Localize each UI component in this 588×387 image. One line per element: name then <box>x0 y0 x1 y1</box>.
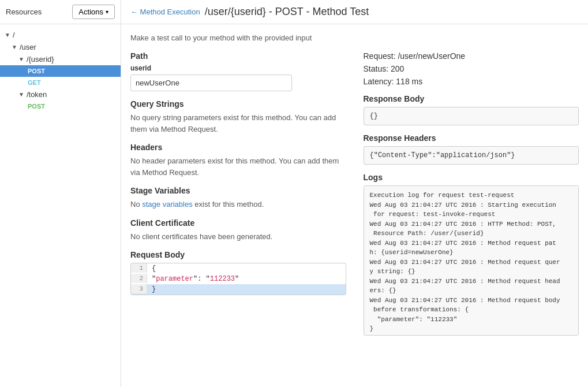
query-strings-title: Query Strings <box>130 99 346 109</box>
tree-item-label: POST <box>25 102 47 110</box>
line-number: 1 <box>131 263 147 273</box>
headers-text: No header parameters exist for this meth… <box>130 155 346 178</box>
tree-arrow-icon: ▼ <box>12 44 17 50</box>
stage-vars-title: Stage Variables <box>130 186 346 195</box>
left-column: Path userid Query Strings No query strin… <box>130 51 346 336</box>
tree-item-label: GET <box>25 79 43 87</box>
actions-label: Actions <box>78 8 103 16</box>
tree-item-userid[interactable]: ▼/{userid} <box>0 53 121 65</box>
request-body-editor[interactable]: 1{2 "parameter": "112233"3} <box>130 263 346 295</box>
tree-arrow-icon: ▼ <box>18 91 24 98</box>
tree-item-label: /user <box>20 43 36 51</box>
code-line: 2 "parameter": "112233" <box>131 274 346 284</box>
code-line: 3} <box>131 284 346 295</box>
code-line: 1{ <box>131 263 346 274</box>
resources-label: Resources <box>6 8 42 16</box>
path-field-label: userid <box>130 64 346 72</box>
tree-item-userid-get[interactable]: GET <box>0 77 121 88</box>
request-body-title: Request Body <box>130 250 346 259</box>
tree-item-label: /{userid} <box>27 55 54 64</box>
client-cert-text: No client certificates have been generat… <box>130 231 346 243</box>
subtitle: Make a test call to your method with the… <box>130 34 579 42</box>
client-cert-title: Client Certificate <box>130 218 346 228</box>
sidebar: Resources Actions ▾ ▼/▼/user▼/{userid}PO… <box>0 0 121 387</box>
response-body-title: Response Body <box>364 94 579 103</box>
response-headers-box: {"Content-Type":"application/json"} <box>364 146 579 165</box>
tree-arrow-icon: ▼ <box>18 56 24 62</box>
latency-line: Latency: 118 ms <box>364 77 579 86</box>
tree-item-label: POST <box>25 67 47 75</box>
stage-variables-link[interactable]: stage variables <box>142 200 192 209</box>
stage-vars-text-before: No <box>130 200 142 209</box>
userid-input[interactable] <box>130 75 292 91</box>
stage-vars-text: No stage variables exist for this method… <box>130 199 346 210</box>
tree-item-label: /token <box>27 90 47 99</box>
logs-box: Execution log for request test-request W… <box>364 185 579 336</box>
caret-icon: ▾ <box>106 9 108 15</box>
line-content: } <box>147 284 346 295</box>
line-number: 2 <box>131 274 147 283</box>
back-link[interactable]: ← Method Execution <box>130 8 200 16</box>
sidebar-header: Resources Actions ▾ <box>0 0 121 24</box>
stage-vars-text-after: exist for this method. <box>193 200 264 209</box>
line-content: { <box>147 263 346 274</box>
tree-item-root[interactable]: ▼/ <box>0 29 121 41</box>
main-panel: ← Method Execution /user/{userid} - POST… <box>121 0 588 387</box>
actions-button[interactable]: Actions ▾ <box>72 5 115 19</box>
line-content: "parameter": "112233" <box>147 274 346 284</box>
page-title: /user/{userid} - POST - Method Test <box>205 6 369 18</box>
response-body-box: {} <box>364 107 579 125</box>
right-column: Request: /user/newUserOne Status: 200 La… <box>364 51 579 336</box>
request-line: Request: /user/newUserOne <box>364 51 579 61</box>
logs-title: Logs <box>364 173 579 182</box>
tree-item-token-post[interactable]: POST <box>0 101 121 112</box>
line-number: 3 <box>131 284 147 293</box>
main-content: Make a test call to your method with the… <box>121 24 588 387</box>
request-body-section: Request Body 1{2 "parameter": "112233"3} <box>130 250 346 295</box>
query-strings-text: No query string parameters exist for thi… <box>130 112 346 135</box>
tree-item-label: / <box>13 31 15 39</box>
main-header: ← Method Execution /user/{userid} - POST… <box>121 0 588 24</box>
tree-item-user[interactable]: ▼/user <box>0 41 121 53</box>
response-headers-title: Response Headers <box>364 133 579 143</box>
two-column-layout: Path userid Query Strings No query strin… <box>130 51 579 336</box>
tree-item-token[interactable]: ▼/token <box>0 88 121 101</box>
resource-tree: ▼/▼/user▼/{userid}POSTGET▼/tokenPOST <box>0 24 121 387</box>
tree-item-userid-post[interactable]: POST <box>0 65 121 77</box>
status-line: Status: 200 <box>364 64 579 73</box>
path-section-title: Path <box>130 51 346 61</box>
headers-title: Headers <box>130 143 346 152</box>
tree-arrow-icon: ▼ <box>5 32 10 38</box>
